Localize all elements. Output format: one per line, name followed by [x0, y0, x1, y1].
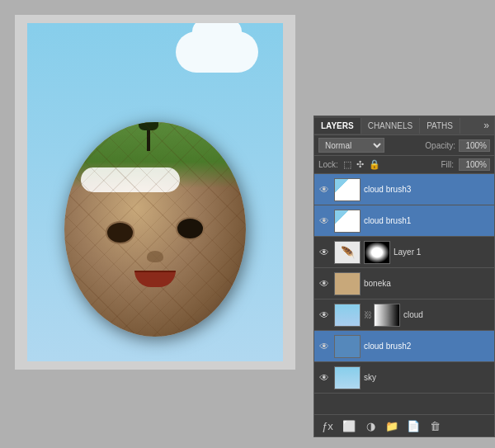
layer-mask-thumbnail	[364, 241, 390, 264]
layer-thumbnail	[334, 272, 361, 295]
tab-layers[interactable]: LAYERS	[314, 118, 361, 134]
opacity-value[interactable]: 100%	[459, 139, 490, 152]
cloud-decoration	[176, 31, 258, 73]
blend-mode-row: Normal Multiply Screen Overlay Opacity: …	[314, 135, 494, 156]
tab-channels[interactable]: CHANNELS	[361, 118, 420, 134]
face-cracks	[64, 122, 246, 337]
adjustment-layer-button[interactable]: ◑	[362, 418, 379, 433]
layer-item[interactable]: 👁 boneka	[314, 268, 494, 299]
layer-item[interactable]: 👁 cloud brush3	[314, 174, 494, 205]
opacity-label: Opacity:	[425, 141, 455, 150]
layer-item[interactable]: 👁 cloud brush1	[314, 205, 494, 237]
panel-menu-icon[interactable]: »	[478, 116, 494, 134]
delete-layer-button[interactable]: 🗑	[427, 418, 443, 433]
layer-item[interactable]: 👁 ⛓ cloud	[314, 299, 494, 331]
eye-left	[106, 221, 134, 244]
layer-thumbnail	[334, 366, 361, 389]
layer-visibility-icon[interactable]: 👁	[318, 309, 331, 322]
canvas-image	[27, 23, 283, 361]
fill-label: Fill:	[441, 160, 454, 169]
eye-right	[176, 217, 205, 240]
layer-visibility-icon[interactable]: 👁	[318, 371, 331, 384]
layer-name: cloud	[403, 310, 491, 319]
panel-tabs: LAYERS CHANNELS PATHS »	[314, 116, 494, 135]
layer-item[interactable]: 👁 sky	[314, 362, 494, 394]
layer-mask-button[interactable]: ⬜	[341, 418, 357, 433]
layer-thumbnail	[334, 178, 361, 201]
layers-list[interactable]: 👁 cloud brush3 👁 cloud brush1 👁 🪶 Layer …	[314, 174, 494, 414]
layer-visibility-icon[interactable]: 👁	[318, 215, 331, 228]
new-layer-button[interactable]: 📄	[405, 418, 422, 433]
lock-pixels-icon[interactable]: ⬚	[343, 159, 351, 170]
layer-fx-button[interactable]: ƒx	[319, 418, 336, 433]
layer-item[interactable]: 👁 🪶 Layer 1	[314, 237, 494, 268]
canvas-area	[15, 15, 295, 370]
layer-item[interactable]: 👁 cloud brush2	[314, 331, 494, 362]
nose	[147, 251, 163, 262]
layer-name: cloud brush1	[364, 216, 491, 225]
layers-panel: LAYERS CHANNELS PATHS » Normal Multiply …	[314, 116, 495, 437]
layer-name: cloud brush2	[364, 342, 491, 351]
lock-label: Lock:	[318, 160, 338, 169]
layer-thumbnail: 🪶	[334, 241, 361, 264]
layer-name: cloud brush3	[364, 185, 491, 194]
layer-visibility-icon[interactable]: 👁	[318, 340, 331, 353]
layer-visibility-icon[interactable]: 👁	[318, 183, 331, 196]
blend-mode-select[interactable]: Normal Multiply Screen Overlay	[318, 138, 384, 153]
lock-position-icon[interactable]: ✣	[356, 159, 364, 170]
chain-icon: ⛓	[364, 310, 370, 319]
layer-visibility-icon[interactable]: 👁	[318, 277, 331, 290]
layer-name: Layer 1	[394, 248, 491, 257]
lock-row: Lock: ⬚ ✣ 🔒 Fill: 100%	[314, 156, 494, 174]
layer-mask-thumbnail	[374, 304, 400, 327]
layer-name: boneka	[364, 279, 491, 288]
fill-value[interactable]: 100%	[459, 158, 490, 171]
layer-name: sky	[364, 373, 491, 382]
layer-thumbnail	[334, 210, 361, 233]
group-button[interactable]: 📁	[384, 418, 400, 433]
panel-bottom-toolbar: ƒx ⬜ ◑ 📁 📄 🗑	[314, 414, 494, 436]
planet-globe	[64, 122, 246, 337]
tab-paths[interactable]: PATHS	[420, 118, 460, 134]
layer-thumbnail	[334, 304, 361, 327]
layer-thumbnail	[334, 335, 361, 358]
lock-all-icon[interactable]: 🔒	[369, 159, 380, 170]
layer-visibility-icon[interactable]: 👁	[318, 246, 331, 259]
